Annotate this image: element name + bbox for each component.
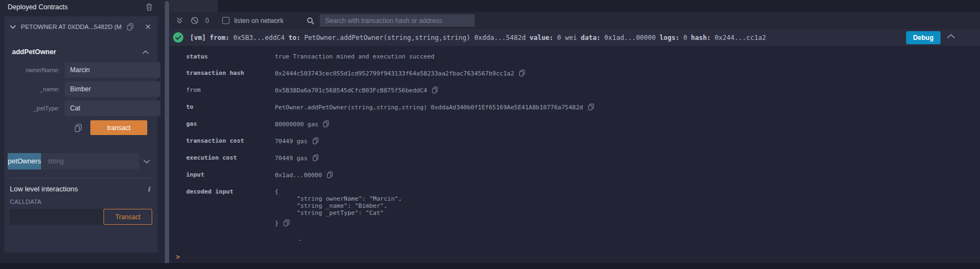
tx-detail-row: execution cost70449 gas [170,154,980,162]
tx-detail-label: transaction hash [186,69,275,77]
deployed-contracts-header: Deployed Contracts [0,0,162,13]
arg-row: ownerName: [12,62,150,78]
tx-detail-label: to [186,103,275,110]
tx-detail-value: 70449 gas [275,154,319,162]
copy-icon[interactable] [518,69,526,77]
function-name: addPetOwner [12,48,56,56]
contract-instance-label: PETOWNER AT 0XDDA...5482D (MEM [21,24,122,30]
tx-detail-row: from0x5B38Da6a701c568545dCfcB03FcB875f56… [170,86,980,94]
tx-detail-label: execution cost [186,154,275,161]
petowners-button[interactable]: petOwners [8,153,41,169]
terminal-panel: 0 listen on network [vm] from:0x5B3...ed… [170,0,980,269]
copy-icon[interactable] [312,154,319,161]
tx-detail-label: from [186,86,275,93]
tx-detail-value: 0x1ad...00000 [275,171,333,179]
low-level-transact-button[interactable]: Transact [103,209,152,225]
arg-row: _name: [12,81,150,97]
terminal-top-band [170,0,980,12]
copy-icon[interactable] [283,219,290,226]
tx-detail-value: 80000000 gas [275,120,330,128]
arg-input-name[interactable] [65,81,160,97]
tx-rows: statustrue Transaction mined and executi… [170,46,980,253]
tx-detail-value: - [275,236,302,243]
tx-summary-text: [vm] from:0x5B3...eddC4 to:PetOwner.addP… [190,34,766,42]
terminal-prompt[interactable]: > [176,253,180,261]
tx-detail-row: - [170,236,980,243]
bottom-edge-band [0,263,980,269]
success-check-icon [172,32,184,43]
tx-detail-label: status [186,53,275,60]
ban-icon[interactable] [191,16,199,25]
terminal-drag-handle[interactable] [170,0,218,12]
chevron-down-icon[interactable] [143,160,150,163]
contract-instance-card: PETOWNER AT 0XDDA...5482D (MEM ✕ addPetO… [4,16,158,253]
search-icon [307,17,314,25]
info-icon[interactable]: i [147,185,150,193]
env-tag: [vm] [190,34,206,42]
deployed-contracts-panel: Deployed Contracts PETOWNER AT 0XDDA...5… [0,0,162,269]
getter-row: petOwners [8,153,150,169]
calldata-input[interactable] [10,209,103,225]
arg-label: _petType: [12,105,65,112]
copy-icon[interactable] [312,137,319,144]
listen-on-network-checkbox[interactable] [222,17,229,24]
close-icon[interactable]: ✕ [145,23,151,31]
copy-icon[interactable] [126,23,134,31]
panel-scrollbar-thumb[interactable] [165,1,169,267]
panel-scrollbar-track [162,0,170,269]
tx-detail-row: statustrue Transaction mined and executi… [170,53,980,60]
copy-icon[interactable] [326,171,333,178]
transact-button[interactable]: transact [90,120,147,135]
tx-detail-row: input0x1ad...00000 [170,171,980,179]
listen-on-network-label: listen on network [234,17,284,25]
tx-detail-value: 0x5B38Da6a701c568545dCfcB03FcB875f56bedd… [275,86,439,94]
tx-detail-label: input [186,171,275,178]
terminal-search-input[interactable] [320,14,475,27]
tx-detail-label: decoded input [186,188,275,195]
panel-title: Deployed Contracts [8,3,68,11]
tx-count: 0 [205,17,209,25]
chevron-down-icon [10,25,16,29]
tx-summary-row[interactable]: [vm] from:0x5B3...eddC4 to:PetOwner.addP… [170,29,980,46]
tx-detail-row: transaction hash0x2444c503743cec055d1cd9… [170,69,980,77]
arg-input-ownername[interactable] [65,62,160,78]
tx-detail-value: 0x2444c503743cec055d1cd952799f943133f64a… [275,69,526,77]
chevron-up-icon[interactable] [947,34,955,38]
tx-detail-row: transaction cost70449 gas [170,137,980,145]
tx-detail-row: toPetOwner.addPetOwner(string,string,str… [170,103,980,111]
contract-instance-header[interactable]: PETOWNER AT 0XDDA...5482D (MEM ✕ [4,16,158,36]
transact-row: transact [12,120,150,135]
tx-detail-value: 70449 gas [275,137,319,145]
function-header[interactable]: addPetOwner [12,48,150,56]
tx-detail-value: {"string ownerName": "Marcin","string _n… [275,188,402,227]
arg-label: ownerName: [12,67,65,73]
arg-row: _petType: [12,101,150,116]
low-level-interactions: Low level interactions i CALLDATA Transa… [4,178,158,225]
tx-detail-row: gas80000000 gas [170,120,980,128]
tx-detail-value: true Transaction mined and execution suc… [275,53,434,60]
low-level-title: Low level interactions [10,185,78,193]
copy-icon[interactable] [587,103,595,110]
trash-icon[interactable] [146,3,153,11]
remix-run-deploy-view: Deployed Contracts PETOWNER AT 0XDDA...5… [0,0,980,269]
function-args: ownerName: _name: _petType: [12,62,150,116]
tx-detail-value: PetOwner.addPetOwner(string,string,strin… [275,103,595,111]
tx-detail-row: decoded input{"string ownerName": "Marci… [170,188,980,227]
function-section: addPetOwner ownerName: _name: [4,36,158,135]
copy-icon[interactable] [431,86,439,93]
calldata-label: CALLDATA [10,198,152,205]
arg-input-pettype[interactable] [65,101,160,116]
chevron-up-icon[interactable] [142,50,149,54]
terminal-toolbar: 0 listen on network [170,12,980,29]
debug-button[interactable]: Debug [906,31,941,44]
petowners-arg-input[interactable] [41,153,139,169]
collapse-terminal-icon[interactable] [176,17,183,24]
copy-icon[interactable] [322,120,330,127]
arg-label: _name: [12,86,65,92]
tx-detail-label: transaction cost [186,137,275,144]
tx-detail-label: gas [186,120,275,127]
copy-icon[interactable] [74,124,83,132]
